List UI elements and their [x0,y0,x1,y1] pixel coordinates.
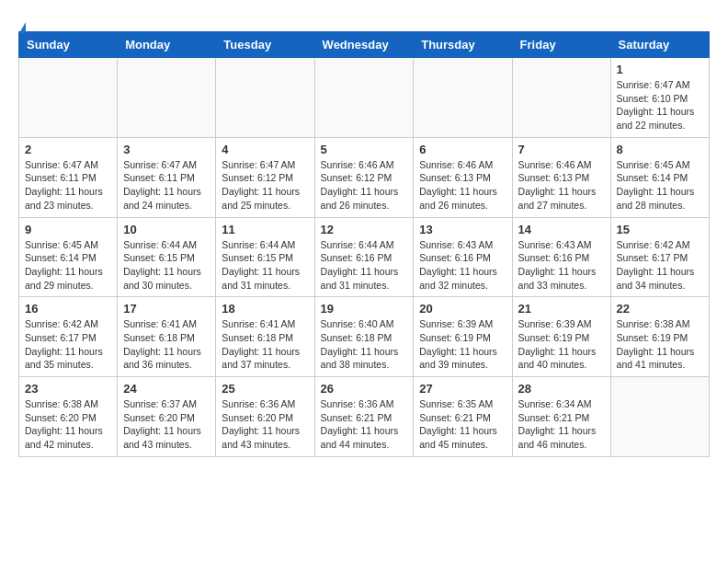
calendar-week-row: 1Sunrise: 6:47 AM Sunset: 6:10 PM Daylig… [19,58,710,138]
calendar-day-cell: 23Sunrise: 6:38 AM Sunset: 6:20 PM Dayli… [19,377,118,457]
calendar-week-row: 16Sunrise: 6:42 AM Sunset: 6:17 PM Dayli… [19,297,710,377]
weekday-header: Friday [512,32,610,58]
day-number: 20 [419,302,506,316]
day-info: Sunrise: 6:47 AM Sunset: 6:10 PM Dayligh… [617,78,703,132]
day-number: 10 [123,223,210,236]
day-number: 19 [321,302,408,316]
day-info: Sunrise: 6:45 AM Sunset: 6:14 PM Dayligh… [617,158,703,213]
calendar-day-cell [610,377,709,457]
day-info: Sunrise: 6:43 AM Sunset: 6:16 PM Dayligh… [518,238,605,293]
calendar-day-cell: 4Sunrise: 6:47 AM Sunset: 6:12 PM Daylig… [216,137,314,217]
day-number: 22 [617,302,703,316]
day-info: Sunrise: 6:36 AM Sunset: 6:21 PM Dayligh… [321,397,408,452]
day-info: Sunrise: 6:43 AM Sunset: 6:16 PM Dayligh… [419,238,506,293]
day-info: Sunrise: 6:38 AM Sunset: 6:20 PM Dayligh… [25,397,111,452]
day-info: Sunrise: 6:41 AM Sunset: 6:18 PM Dayligh… [222,317,308,372]
calendar-day-cell: 28Sunrise: 6:34 AM Sunset: 6:21 PM Dayli… [512,377,610,457]
day-number: 17 [123,302,210,316]
day-number: 8 [617,143,703,156]
day-number: 13 [419,223,506,236]
day-info: Sunrise: 6:44 AM Sunset: 6:15 PM Dayligh… [222,238,308,293]
day-number: 28 [518,382,605,396]
day-info: Sunrise: 6:46 AM Sunset: 6:13 PM Dayligh… [419,158,506,213]
day-info: Sunrise: 6:36 AM Sunset: 6:20 PM Dayligh… [222,397,308,452]
calendar-week-row: 23Sunrise: 6:38 AM Sunset: 6:20 PM Dayli… [19,377,710,457]
day-info: Sunrise: 6:37 AM Sunset: 6:20 PM Dayligh… [123,397,210,452]
day-number: 7 [518,143,605,156]
calendar-day-cell: 11Sunrise: 6:44 AM Sunset: 6:15 PM Dayli… [216,217,314,297]
calendar-day-cell: 6Sunrise: 6:46 AM Sunset: 6:13 PM Daylig… [414,137,512,217]
calendar-day-cell: 15Sunrise: 6:42 AM Sunset: 6:17 PM Dayli… [610,217,709,297]
calendar-day-cell: 17Sunrise: 6:41 AM Sunset: 6:18 PM Dayli… [118,297,216,377]
day-number: 11 [222,223,308,236]
day-number: 9 [25,223,111,236]
calendar-day-cell: 1Sunrise: 6:47 AM Sunset: 6:10 PM Daylig… [610,58,709,138]
calendar-day-cell: 25Sunrise: 6:36 AM Sunset: 6:20 PM Dayli… [216,377,314,457]
calendar-day-cell: 20Sunrise: 6:39 AM Sunset: 6:19 PM Dayli… [414,297,512,377]
day-info: Sunrise: 6:41 AM Sunset: 6:18 PM Dayligh… [123,317,210,372]
calendar-day-cell [414,58,512,138]
calendar-day-cell [512,58,610,138]
day-number: 6 [419,143,506,156]
calendar-day-cell: 26Sunrise: 6:36 AM Sunset: 6:21 PM Dayli… [314,377,414,457]
day-info: Sunrise: 6:46 AM Sunset: 6:12 PM Dayligh… [321,158,408,213]
weekday-header: Tuesday [216,32,314,58]
day-info: Sunrise: 6:39 AM Sunset: 6:19 PM Dayligh… [518,317,605,372]
day-info: Sunrise: 6:42 AM Sunset: 6:17 PM Dayligh… [25,317,111,372]
calendar-week-row: 9Sunrise: 6:45 AM Sunset: 6:14 PM Daylig… [19,217,710,297]
day-info: Sunrise: 6:38 AM Sunset: 6:19 PM Dayligh… [617,317,703,372]
day-number: 21 [518,302,605,316]
weekday-header: Sunday [19,32,118,58]
weekday-header: Thursday [414,32,512,58]
day-number: 1 [617,63,703,76]
calendar-table: SundayMondayTuesdayWednesdayThursdayFrid… [18,31,710,457]
day-number: 26 [321,382,408,396]
calendar-day-cell: 19Sunrise: 6:40 AM Sunset: 6:18 PM Dayli… [314,297,414,377]
calendar-day-cell: 24Sunrise: 6:37 AM Sunset: 6:20 PM Dayli… [118,377,216,457]
calendar-day-cell: 2Sunrise: 6:47 AM Sunset: 6:11 PM Daylig… [19,137,118,217]
day-info: Sunrise: 6:44 AM Sunset: 6:15 PM Dayligh… [123,238,210,293]
day-info: Sunrise: 6:40 AM Sunset: 6:18 PM Dayligh… [321,317,408,372]
calendar-day-cell: 13Sunrise: 6:43 AM Sunset: 6:16 PM Dayli… [414,217,512,297]
calendar-day-cell: 14Sunrise: 6:43 AM Sunset: 6:16 PM Dayli… [512,217,610,297]
calendar-day-cell: 27Sunrise: 6:35 AM Sunset: 6:21 PM Dayli… [414,377,512,457]
calendar-day-cell: 8Sunrise: 6:45 AM Sunset: 6:14 PM Daylig… [610,137,709,217]
calendar-day-cell: 21Sunrise: 6:39 AM Sunset: 6:19 PM Dayli… [512,297,610,377]
day-number: 27 [419,382,506,396]
day-info: Sunrise: 6:44 AM Sunset: 6:16 PM Dayligh… [321,238,408,293]
calendar-day-cell: 3Sunrise: 6:47 AM Sunset: 6:11 PM Daylig… [118,137,216,217]
calendar-day-cell [19,58,118,138]
day-number: 5 [321,143,408,156]
day-info: Sunrise: 6:42 AM Sunset: 6:17 PM Dayligh… [617,238,703,293]
day-info: Sunrise: 6:47 AM Sunset: 6:11 PM Dayligh… [25,158,111,213]
day-number: 2 [25,143,111,156]
day-number: 18 [222,302,308,316]
day-number: 15 [617,223,703,236]
calendar-day-cell [216,58,314,138]
calendar-day-cell [314,58,414,138]
calendar-day-cell: 12Sunrise: 6:44 AM Sunset: 6:16 PM Dayli… [314,217,414,297]
day-info: Sunrise: 6:34 AM Sunset: 6:21 PM Dayligh… [518,397,605,452]
day-info: Sunrise: 6:47 AM Sunset: 6:11 PM Dayligh… [123,158,210,213]
day-info: Sunrise: 6:47 AM Sunset: 6:12 PM Dayligh… [222,158,308,213]
day-info: Sunrise: 6:45 AM Sunset: 6:14 PM Dayligh… [25,238,111,293]
day-number: 23 [25,382,111,396]
day-number: 16 [25,302,111,316]
calendar-day-cell [118,58,216,138]
day-info: Sunrise: 6:46 AM Sunset: 6:13 PM Dayligh… [518,158,605,213]
day-number: 24 [123,382,210,396]
day-number: 3 [123,143,210,156]
calendar-day-cell: 16Sunrise: 6:42 AM Sunset: 6:17 PM Dayli… [19,297,118,377]
calendar-day-cell: 7Sunrise: 6:46 AM Sunset: 6:13 PM Daylig… [512,137,610,217]
calendar-day-cell: 22Sunrise: 6:38 AM Sunset: 6:19 PM Dayli… [610,297,709,377]
day-number: 4 [222,143,308,156]
calendar-day-cell: 5Sunrise: 6:46 AM Sunset: 6:12 PM Daylig… [314,137,414,217]
day-info: Sunrise: 6:39 AM Sunset: 6:19 PM Dayligh… [419,317,506,372]
day-number: 12 [321,223,408,236]
day-number: 25 [222,382,308,396]
calendar-day-cell: 10Sunrise: 6:44 AM Sunset: 6:15 PM Dayli… [118,217,216,297]
day-number: 14 [518,223,605,236]
day-info: Sunrise: 6:35 AM Sunset: 6:21 PM Dayligh… [419,397,506,452]
weekday-header: Saturday [610,32,709,58]
weekday-header: Wednesday [314,32,414,58]
